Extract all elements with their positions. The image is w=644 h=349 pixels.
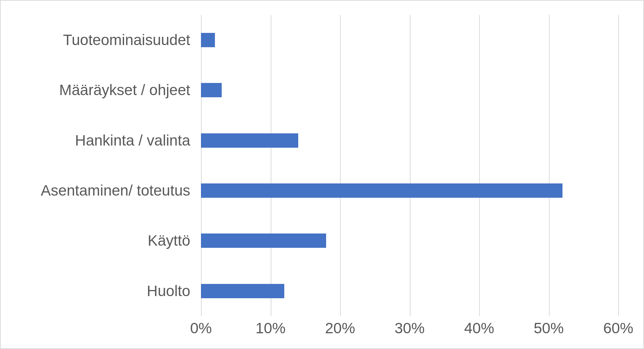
bar	[201, 33, 215, 47]
x-tick-label: 60%	[603, 320, 633, 337]
category-label: Huolto	[1, 284, 194, 299]
x-tick-label: 10%	[255, 320, 285, 337]
category-label: Asentaminen/ toteutus	[1, 183, 194, 198]
x-tick-label: 30%	[394, 320, 424, 337]
bar	[201, 183, 562, 198]
bar-row	[201, 284, 618, 298]
bar	[201, 284, 284, 298]
chart-frame: Tuoteominaisuudet Määräykset / ohjeet Ha…	[0, 0, 644, 349]
category-label: Käyttö	[1, 233, 194, 248]
x-tick-label: 50%	[534, 320, 564, 337]
bar-row	[201, 234, 618, 248]
bars-container	[201, 15, 618, 316]
x-tick-label: 0%	[190, 320, 212, 337]
plot-area	[201, 15, 618, 316]
x-axis-labels: 0% 10% 20% 30% 40% 50% 60%	[201, 320, 618, 338]
bar-row	[201, 83, 618, 97]
category-label: Tuoteominaisuudet	[1, 33, 194, 48]
y-axis-labels: Tuoteominaisuudet Määräykset / ohjeet Ha…	[1, 15, 194, 316]
category-label: Määräykset / ohjeet	[1, 83, 194, 98]
bar	[201, 234, 326, 248]
bar-row	[201, 133, 618, 148]
gridline	[618, 15, 619, 316]
bar	[201, 83, 222, 97]
x-tick-label: 20%	[325, 320, 355, 337]
bar	[201, 133, 298, 148]
category-label: Hankinta / valinta	[1, 133, 194, 148]
bar-row	[201, 183, 618, 198]
bar-row	[201, 33, 618, 47]
x-tick-label: 40%	[464, 320, 494, 337]
